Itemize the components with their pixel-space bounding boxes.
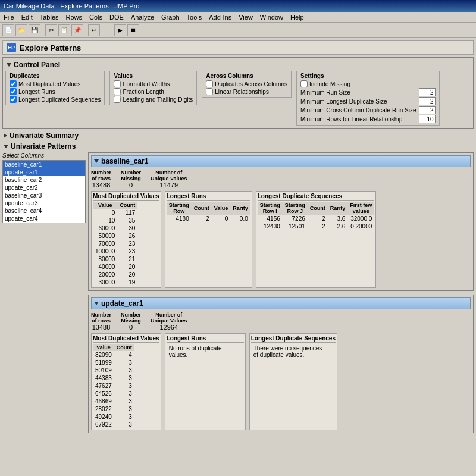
val-fw-check[interactable]: [114, 80, 121, 87]
univariate-patterns-toggle[interactable]: [4, 145, 8, 148]
settings-title: Settings: [300, 73, 436, 79]
val-fl-label: Fraction Length: [123, 89, 164, 95]
update-car1-toggle[interactable]: [94, 302, 99, 305]
menu-window[interactable]: Window: [259, 14, 284, 21]
list-item-7[interactable]: update_car4: [3, 215, 85, 223]
most-dup-title-1: Most Duplicated Values: [93, 193, 159, 201]
val-fw-row: Formatted Widths: [114, 80, 193, 87]
ac-lr-row: Linear Relationships: [206, 88, 287, 95]
toolbar-btn-save[interactable]: 💾: [29, 24, 40, 36]
menu-help[interactable]: Help: [289, 14, 305, 21]
table-row: 4180200.0: [167, 215, 250, 223]
toolbar-btn-open[interactable]: 📁: [15, 24, 27, 36]
longest-dup-seq-table-1: StartingRow I StartingRow J Count Rarity…: [258, 202, 375, 230]
stat-num-missing-2: NumberMissing 0: [121, 312, 141, 331]
toolbar-btn-cut[interactable]: ✂: [45, 24, 57, 36]
baseline-car1-num-unique: 11479: [151, 181, 187, 189]
val-fl-check[interactable]: [114, 88, 121, 95]
values-group: Values Formatted Widths Fraction Length …: [109, 71, 197, 105]
baseline-car1-toggle[interactable]: [94, 159, 99, 163]
menu-graph[interactable]: Graph: [160, 14, 181, 21]
control-panel: Control Panel Duplicates Most Duplicated…: [2, 57, 474, 129]
control-panel-row: Duplicates Most Duplicated Values Longes…: [5, 71, 471, 126]
result-update-car1-header: update_car1: [91, 298, 471, 309]
ac-lr-check[interactable]: [206, 88, 213, 95]
table-row: 8000021: [93, 255, 137, 263]
list-item-3[interactable]: update_car2: [3, 184, 85, 192]
longest-runs-box-2: Longest Runs No runs of duplicate values…: [165, 333, 246, 430]
list-item-0[interactable]: baseline_car1: [3, 161, 85, 168]
col-starting-row-1: StartingRow: [167, 202, 192, 215]
dup-runs-row: Longest Runs: [10, 88, 101, 95]
toolbar-btn-undo[interactable]: ↩: [88, 24, 100, 36]
dup-runs-check[interactable]: [10, 88, 17, 95]
settings-min-linear-input[interactable]: [419, 115, 436, 123]
settings-min-run-row: Minimum Run Size: [300, 88, 436, 96]
control-panel-toggle[interactable]: [7, 63, 11, 67]
menu-view[interactable]: View: [237, 14, 254, 21]
column-list: Select Columns baseline_car1 update_car1…: [2, 152, 86, 437]
toolbar-btn-stop[interactable]: ⏹: [127, 24, 139, 36]
table-row: 468693: [93, 397, 134, 405]
table-row: 6000030: [93, 224, 137, 232]
val-ltd-check[interactable]: [114, 96, 121, 103]
list-item-4[interactable]: baseline_car3: [3, 192, 85, 199]
menu-addins[interactable]: Add-Ins: [208, 14, 233, 21]
ac-dup-label: Duplicates Across Columns: [215, 81, 287, 87]
stat-num-rows: Numberof rows 13488: [91, 170, 111, 189]
table-row: 0117: [93, 209, 137, 217]
toolbar-btn-run[interactable]: ▶: [114, 24, 126, 36]
toolbar-btn-new[interactable]: 📄: [2, 24, 14, 36]
ac-dup-row: Duplicates Across Columns: [206, 80, 287, 87]
list-item-2[interactable]: baseline_car2: [3, 176, 85, 184]
settings-min-run-input[interactable]: [419, 88, 436, 96]
window-title: Car Mileage Data - Explore Patterns - JM…: [4, 2, 472, 10]
control-panel-title: Control Panel: [14, 61, 60, 69]
longest-dup-seq-box-2: Longest Duplicate Sequences There were n…: [249, 333, 337, 430]
update-car1-num-missing: 0: [121, 324, 141, 331]
column-listbox[interactable]: baseline_car1 update_car1 baseline_car2 …: [2, 160, 86, 223]
menu-tools[interactable]: Tools: [186, 14, 203, 21]
menu-analyze[interactable]: Analyze: [130, 14, 155, 21]
toolbar-btn-copy[interactable]: 📋: [58, 24, 70, 36]
values-title: Values: [114, 73, 193, 79]
menu-edit[interactable]: Edit: [20, 14, 34, 21]
list-item-1[interactable]: update_car1: [3, 168, 85, 176]
univariate-section: Select Columns baseline_car1 update_car1…: [2, 152, 474, 437]
explore-patterns-icon: EP: [7, 43, 16, 52]
update-car1-subtables: Most Duplicated Values Value Count 82090…: [91, 333, 471, 430]
dup-most-row: Most Duplicated Values: [10, 80, 101, 87]
menu-tables[interactable]: Tables: [39, 14, 60, 21]
col-start-row-i-1: StartingRow I: [258, 202, 283, 215]
col-count-2: Count: [114, 344, 134, 351]
settings-include-missing-check[interactable]: [300, 80, 308, 87]
longest-runs-table-1: StartingRow Count Value Rarity 4180200.0: [167, 202, 250, 223]
col-first-few-1: First fewvalues: [347, 202, 374, 215]
univariate-summary-toggle[interactable]: [4, 133, 7, 138]
menu-file[interactable]: File: [2, 14, 15, 21]
list-item-6[interactable]: baseline_car4: [3, 207, 85, 215]
settings-min-dup-label: Minimum Longest Duplicate Size: [300, 98, 387, 105]
dup-runs-label: Longest Runs: [18, 89, 55, 95]
duplicates-group: Duplicates Most Duplicated Values Longes…: [5, 71, 105, 105]
menu-cols[interactable]: Cols: [88, 14, 104, 21]
table-row: 443833: [93, 374, 134, 382]
table-row: 4000020: [93, 263, 137, 271]
settings-include-missing-label: Include Missing: [309, 81, 350, 87]
baseline-car1-stats: Numberof rows 13488 NumberMissing 0 Numb…: [91, 170, 471, 189]
menu-rows[interactable]: Rows: [65, 14, 84, 21]
settings-min-cross-input[interactable]: [419, 106, 436, 114]
settings-min-dup-input[interactable]: [419, 97, 436, 105]
univariate-summary-header: Univariate Summary: [2, 131, 474, 140]
dup-most-check[interactable]: [10, 80, 17, 87]
longest-runs-nodata-2: No runs of duplicate values.: [167, 344, 244, 359]
list-item-5[interactable]: update_car3: [3, 199, 85, 207]
col-count-ds-1: Count: [308, 202, 328, 215]
longest-dup-seq-box-1: Longest Duplicate Sequences StartingRow …: [256, 191, 377, 288]
toolbar-btn-paste[interactable]: 📌: [71, 24, 83, 36]
menu-doe[interactable]: DOE: [108, 14, 125, 21]
dup-seq-check[interactable]: [10, 96, 17, 103]
ac-dup-check[interactable]: [206, 80, 213, 87]
longest-dup-seq-title-2: Longest Duplicate Sequences: [251, 335, 336, 343]
result-baseline-car1: baseline_car1 Numberof rows 13488 Number…: [88, 152, 474, 291]
